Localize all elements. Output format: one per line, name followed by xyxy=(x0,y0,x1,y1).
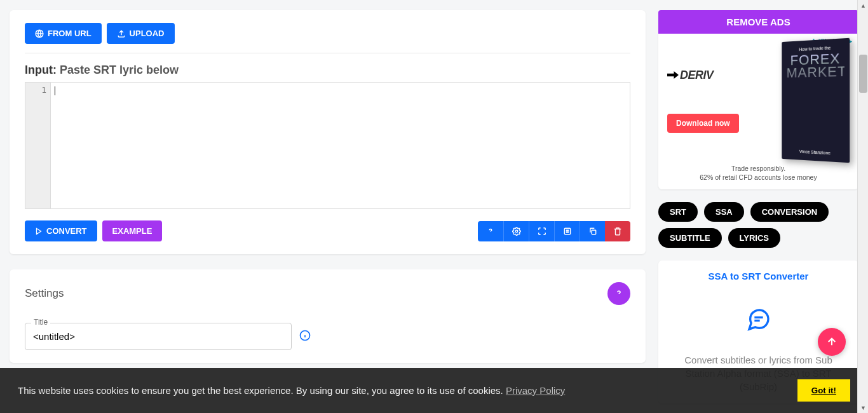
input-label: Input: Paste SRT lyric below xyxy=(25,64,630,77)
book-author: Vince Stanzione xyxy=(787,149,844,156)
chat-icon xyxy=(668,307,848,334)
line-number: 1 xyxy=(25,85,46,95)
delete-button[interactable] xyxy=(605,221,630,241)
tag-conversion[interactable]: CONVERSION xyxy=(750,202,829,222)
scrollbar-up-icon[interactable]: ▲ xyxy=(858,0,868,11)
deriv-logo: DERIV xyxy=(667,69,772,82)
svg-marker-1 xyxy=(37,228,41,234)
play-icon xyxy=(35,227,43,235)
cookie-bar: This website uses cookies to ensure you … xyxy=(0,368,868,413)
ad-disclaimer: Trade responsibly. 62% of retail CFD acc… xyxy=(667,165,850,182)
settings-help-button[interactable] xyxy=(607,282,630,305)
cookie-accept-button[interactable]: Got it! xyxy=(797,379,850,402)
fullscreen-button[interactable] xyxy=(529,221,554,241)
from-url-label: FROM URL xyxy=(48,29,92,38)
upload-icon xyxy=(117,29,126,38)
example-label: EXAMPLE xyxy=(112,226,153,236)
code-editor[interactable]: 1 xyxy=(25,82,630,209)
scroll-top-button[interactable] xyxy=(818,328,846,356)
convert-label: CONVERT xyxy=(46,226,87,236)
help-button[interactable] xyxy=(478,221,503,241)
convert-button[interactable]: CONVERT xyxy=(25,220,97,241)
gear-icon xyxy=(512,227,521,236)
trash-icon xyxy=(613,227,622,236)
input-label-rest: Paste SRT lyric below xyxy=(60,64,179,76)
related-title-link[interactable]: SSA to SRT Converter xyxy=(668,271,848,281)
input-card: FROM URL UPLOAD Input: Paste SRT lyric b… xyxy=(10,10,646,254)
upload-label: UPLOAD xyxy=(130,29,165,38)
remove-ads-button[interactable]: REMOVE ADS xyxy=(658,10,858,34)
settings-card: Settings Title xyxy=(10,269,646,363)
privacy-policy-link[interactable]: Privacy Policy xyxy=(506,385,565,396)
list-button[interactable] xyxy=(554,221,580,241)
list-icon xyxy=(563,227,572,236)
tag-row: SRT SSA CONVERSION SUBTITLE LYRICS xyxy=(658,202,858,248)
editor-gutter: 1 xyxy=(25,83,51,208)
copy-icon xyxy=(588,227,597,236)
title-input[interactable] xyxy=(25,323,292,350)
upload-button[interactable]: UPLOAD xyxy=(107,23,175,44)
cookie-text: This website uses cookies to ensure you … xyxy=(18,385,503,396)
deriv-label: DERIV xyxy=(680,69,714,82)
ad-download-button[interactable]: Download now xyxy=(667,114,739,133)
tag-subtitle[interactable]: SUBTITLE xyxy=(658,228,722,248)
copy-button[interactable] xyxy=(580,221,605,241)
scrollbar[interactable]: ▲ ▼ xyxy=(857,0,868,413)
info-icon xyxy=(299,330,311,341)
title-info-button[interactable] xyxy=(299,330,311,343)
tag-lyrics[interactable]: LYRICS xyxy=(728,228,780,248)
tag-ssa[interactable]: SSA xyxy=(704,202,744,222)
question-icon xyxy=(614,288,624,299)
deriv-arrow-icon xyxy=(667,71,679,79)
example-button[interactable]: EXAMPLE xyxy=(102,220,163,241)
settings-heading: Settings xyxy=(25,287,64,300)
globe-icon xyxy=(35,29,44,38)
input-label-bold: Input: xyxy=(25,64,57,76)
divider xyxy=(25,53,630,53)
scrollbar-down-icon[interactable]: ▼ xyxy=(858,402,868,413)
question-icon xyxy=(486,227,495,236)
ad-box: AdChoices DERIV Download now How to trad… xyxy=(658,34,858,189)
editor-toolbar xyxy=(478,221,630,241)
scrollbar-thumb[interactable] xyxy=(859,55,867,93)
tag-srt[interactable]: SRT xyxy=(658,202,698,222)
expand-icon xyxy=(538,227,546,236)
book-title: FOREX MARKET xyxy=(787,52,844,80)
settings-button[interactable] xyxy=(503,221,529,241)
from-url-button[interactable]: FROM URL xyxy=(25,23,102,44)
arrow-up-icon xyxy=(826,336,837,348)
svg-rect-4 xyxy=(592,230,595,234)
title-label: Title xyxy=(31,318,50,327)
ad-book: How to trade the FOREX MARKET Vince Stan… xyxy=(782,38,850,163)
svg-point-2 xyxy=(515,230,518,233)
editor-textarea[interactable] xyxy=(51,83,630,208)
